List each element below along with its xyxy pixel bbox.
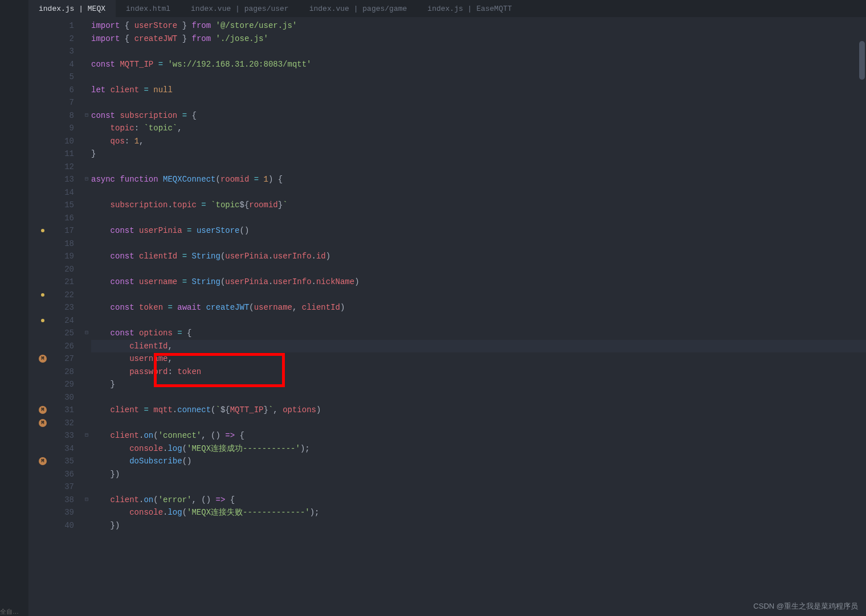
code-line[interactable]: const clientId = String(userPinia.userIn…	[91, 250, 866, 263]
code-line[interactable]: client.on('error', () => {	[91, 494, 866, 507]
code-line[interactable]: import { createJWT } from './jose.js'	[91, 32, 866, 46]
code-line[interactable]: }	[91, 378, 866, 391]
tab-1[interactable]: index.html	[116, 0, 181, 17]
fold-indicator	[82, 276, 91, 289]
code-line[interactable]: username,	[91, 352, 866, 366]
code-line[interactable]	[91, 186, 866, 199]
code-line[interactable]: })	[91, 519, 866, 532]
tab-3[interactable]: index.vue | pages/game	[299, 0, 418, 17]
gutter-marker-row: M	[28, 352, 57, 366]
gutter-marker-row	[28, 366, 57, 379]
line-number: 8	[57, 109, 74, 122]
fold-indicator	[82, 519, 91, 532]
fold-indicator	[82, 506, 91, 519]
code-line[interactable]: const MQTT_IP = 'ws://192.168.31.20:8083…	[91, 58, 866, 71]
code-line[interactable]	[91, 263, 866, 276]
code-line[interactable]: let client = null	[91, 84, 866, 97]
fold-indicator	[82, 391, 91, 404]
gutter-marker-row	[28, 135, 57, 148]
watermark-text: CSDN @重生之我是菜鸡程序员	[753, 601, 858, 611]
fold-indicator[interactable]: ⊟	[82, 173, 91, 186]
line-number: 4	[57, 58, 74, 71]
fold-indicator[interactable]: ⊟	[82, 429, 91, 442]
fold-indicator[interactable]: ⊟	[82, 327, 91, 340]
fold-indicator	[82, 32, 91, 46]
gutter-marker-row	[28, 58, 57, 71]
fold-indicator	[82, 352, 91, 366]
code-line[interactable]: console.log('MEQX连接失败-------------');	[91, 506, 866, 519]
gutter-markers: MMMM	[28, 19, 57, 616]
line-number: 13	[57, 173, 74, 186]
fold-gutter: ⊟⊟⊟⊟⊟	[82, 19, 91, 616]
fold-indicator	[82, 417, 91, 430]
code-line[interactable]	[91, 237, 866, 250]
code-area[interactable]: import { userStore } from '@/store/user.…	[91, 19, 866, 616]
gutter-marker-row	[28, 161, 57, 174]
gutter-marker-row	[28, 506, 57, 519]
code-line[interactable]	[91, 71, 866, 84]
code-line[interactable]: })	[91, 468, 866, 481]
line-number: 18	[57, 237, 74, 250]
code-line[interactable]: const userPinia = userStore()	[91, 224, 866, 237]
code-line[interactable]	[91, 212, 866, 225]
fold-indicator	[82, 455, 91, 468]
code-line[interactable]: subscription.topic = `topic${roomid}`	[91, 199, 866, 212]
tab-2[interactable]: index.vue | pages/user	[181, 0, 299, 17]
code-line[interactable]: const token = await createJWT(username, …	[91, 301, 866, 314]
gutter-marker-row	[28, 84, 57, 97]
fold-indicator	[82, 481, 91, 494]
code-line[interactable]: client.on('connect', () => {	[91, 429, 866, 442]
line-number: 37	[57, 481, 74, 494]
line-number: 38	[57, 494, 74, 507]
code-line[interactable]: const username = String(userPinia.userIn…	[91, 276, 866, 289]
gutter-marker-row	[28, 250, 57, 263]
gutter-marker-row	[28, 237, 57, 250]
code-line[interactable]	[91, 96, 866, 109]
fold-indicator	[82, 19, 91, 32]
gutter-marker-row	[28, 519, 57, 532]
code-line[interactable]: async function MEQXConnect(roomid = 1) {	[91, 173, 866, 186]
gutter-marker-row: M	[28, 417, 57, 430]
code-line[interactable]: password: token	[91, 366, 866, 379]
code-line[interactable]	[91, 481, 866, 494]
line-number: 25	[57, 327, 74, 340]
fold-indicator	[82, 58, 91, 71]
code-line[interactable]	[91, 391, 866, 404]
fold-indicator	[82, 378, 91, 391]
code-line[interactable]	[91, 417, 866, 430]
code-line[interactable]: topic: `topic`,	[91, 122, 866, 135]
fold-indicator	[82, 147, 91, 161]
gutter-marker-row	[28, 199, 57, 212]
code-line[interactable]	[91, 161, 866, 174]
fold-indicator	[82, 122, 91, 135]
code-line[interactable]: }	[91, 147, 866, 161]
code-line[interactable]: const options = {	[91, 327, 866, 340]
gutter-marker-row	[28, 212, 57, 225]
tab-0[interactable]: index.js | MEQX	[28, 0, 116, 17]
fold-indicator[interactable]: ⊟	[82, 109, 91, 122]
code-line[interactable]: client = mqtt.connect(`${MQTT_IP}`, opti…	[91, 404, 866, 417]
gutter-marker-row	[28, 481, 57, 494]
line-number: 40	[57, 519, 74, 532]
gutter-marker-row	[28, 494, 57, 507]
line-number: 21	[57, 276, 74, 289]
gutter-marker-row	[28, 468, 57, 481]
vertical-scrollbar[interactable]	[859, 41, 865, 80]
code-editor[interactable]: MMMM 12345678910111213141516171819202122…	[28, 17, 866, 616]
line-number: 29	[57, 378, 74, 391]
gutter-marker-row	[28, 45, 57, 58]
gutter-marker-row	[28, 276, 57, 289]
code-line[interactable]	[91, 289, 866, 302]
code-line[interactable]: qos: 1,	[91, 135, 866, 148]
fold-indicator	[82, 161, 91, 174]
code-line[interactable]: clientId,	[91, 340, 866, 353]
code-line[interactable]: const subscription = {	[91, 109, 866, 122]
fold-indicator[interactable]: ⊟	[82, 494, 91, 507]
code-line[interactable]: doSubscribe()	[91, 455, 866, 468]
line-number: 28	[57, 366, 74, 379]
code-line[interactable]: import { userStore } from '@/store/user.…	[91, 19, 866, 32]
tab-4[interactable]: index.js | EaseMQTT	[417, 0, 522, 17]
code-line[interactable]: console.log('MEQX连接成功-----------');	[91, 442, 866, 455]
code-line[interactable]	[91, 314, 866, 327]
code-line[interactable]	[91, 45, 866, 58]
